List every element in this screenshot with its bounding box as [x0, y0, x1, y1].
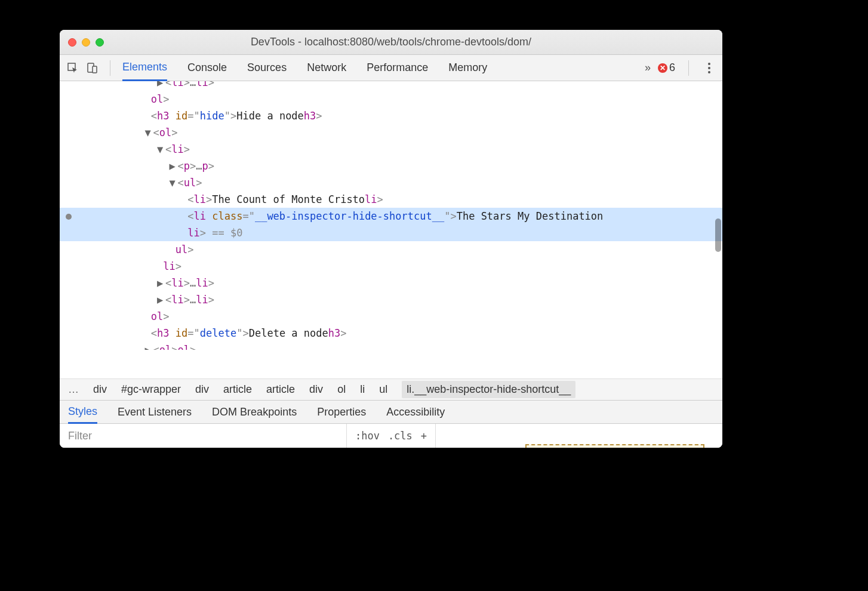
error-count: 6	[669, 61, 675, 74]
tab-performance[interactable]: Performance	[367, 55, 428, 81]
breadcrumb-item[interactable]: article	[223, 383, 252, 396]
scrollbar-thumb[interactable]	[715, 218, 721, 252]
inspect-element-icon[interactable]	[66, 61, 80, 75]
tab-network[interactable]: Network	[307, 55, 346, 81]
dom-tree-row[interactable]: ol>	[60, 91, 722, 107]
error-icon: ✕	[658, 63, 667, 73]
dom-tree-row[interactable]: ▶<ol>ol>	[60, 341, 722, 350]
dom-tree-row[interactable]: ▼<ul>	[60, 174, 722, 191]
subtab-accessibility[interactable]: Accessibility	[386, 401, 445, 423]
dom-tree-row[interactable]: ▶<p>…p>	[60, 158, 722, 174]
breadcrumb-item[interactable]: ul	[379, 383, 387, 396]
more-tabs-icon[interactable]: »	[645, 61, 651, 74]
dom-tree-row[interactable]: ▶<li>…li>	[60, 81, 722, 91]
titlebar: DevTools - localhost:8080/web/tools/chro…	[60, 30, 722, 55]
main-toolbar: ElementsConsoleSourcesNetworkPerformance…	[60, 55, 722, 81]
breadcrumb-item[interactable]: div	[195, 383, 209, 396]
dom-tree-row[interactable]: <li>The Count of Monte Cristoli>	[60, 191, 722, 208]
dom-tree-row[interactable]: <h3 id="delete">Delete a nodeh3>	[60, 325, 722, 341]
separator	[688, 60, 689, 76]
device-toolbar-icon[interactable]	[85, 61, 99, 75]
dom-tree-row[interactable]: <li class="__web-inspector-hide-shortcut…	[60, 208, 722, 224]
minimize-window-button[interactable]	[82, 38, 90, 47]
breadcrumb-item[interactable]: #gc-wrapper	[121, 383, 181, 396]
dom-tree-row[interactable]: ▼<li>	[60, 141, 722, 158]
error-badge[interactable]: ✕ 6	[658, 61, 675, 74]
breadcrumb-item[interactable]: div	[93, 383, 107, 396]
filter-wrap	[60, 424, 347, 448]
window-controls	[68, 38, 104, 47]
tab-elements[interactable]: Elements	[122, 56, 167, 81]
dom-tree-row[interactable]: li>	[60, 258, 722, 275]
dom-tree-row[interactable]: ul>	[60, 241, 722, 258]
box-model-margin-fragment	[525, 444, 704, 448]
elements-dom-tree[interactable]: ▶<li>…li> ol> <h3 id="hide">Hide a nodeh…	[60, 81, 722, 378]
tab-sources[interactable]: Sources	[247, 55, 287, 81]
separator	[110, 60, 110, 76]
style-buttons: :hov .cls +	[347, 424, 436, 448]
window-title: DevTools - localhost:8080/web/tools/chro…	[116, 36, 666, 48]
styles-subtabs: StylesEvent ListenersDOM BreakpointsProp…	[60, 400, 722, 424]
svg-rect-2	[93, 66, 97, 73]
dom-tree-row[interactable]: ▶<li>…li>	[60, 291, 722, 308]
tab-console[interactable]: Console	[187, 55, 227, 81]
new-style-rule-button[interactable]: +	[421, 430, 427, 442]
dom-tree-row[interactable]: ol>	[60, 308, 722, 325]
breadcrumb-item[interactable]: div	[309, 383, 323, 396]
kebab-menu-icon[interactable]	[702, 63, 716, 73]
subtab-styles[interactable]: Styles	[68, 401, 97, 424]
breadcrumb-item[interactable]: ol	[337, 383, 346, 396]
breadcrumb-item[interactable]: …	[68, 383, 79, 396]
styles-filter-input[interactable]	[60, 430, 346, 442]
devtools-window: DevTools - localhost:8080/web/tools/chro…	[60, 30, 722, 448]
subtab-event-listeners[interactable]: Event Listeners	[118, 401, 192, 423]
breadcrumb-item[interactable]: li.__web-inspector-hide-shortcut__	[402, 381, 575, 398]
panel-tabs: ElementsConsoleSourcesNetworkPerformance…	[122, 55, 487, 81]
dom-tree-row[interactable]: ▶<li>…li>	[60, 275, 722, 291]
styles-box-model-area	[436, 424, 722, 448]
close-window-button[interactable]	[68, 38, 76, 47]
zoom-window-button[interactable]	[96, 38, 104, 47]
hov-toggle[interactable]: :hov	[355, 430, 380, 442]
tab-memory[interactable]: Memory	[448, 55, 487, 81]
subtab-dom-breakpoints[interactable]: DOM Breakpoints	[212, 401, 297, 423]
dom-tree-row[interactable]: ▼<ol>	[60, 124, 722, 141]
styles-toolbar: :hov .cls +	[60, 424, 722, 448]
dom-tree-row[interactable]: li> == $0	[60, 224, 722, 241]
breadcrumb-item[interactable]: li	[360, 383, 365, 396]
cls-toggle[interactable]: .cls	[388, 430, 413, 442]
subtab-properties[interactable]: Properties	[317, 401, 366, 423]
dom-tree-row[interactable]: <h3 id="hide">Hide a nodeh3>	[60, 107, 722, 124]
breadcrumb: …div#gc-wrapperdivarticlearticledivolliu…	[60, 378, 722, 400]
breadcrumb-item[interactable]: article	[266, 383, 295, 396]
